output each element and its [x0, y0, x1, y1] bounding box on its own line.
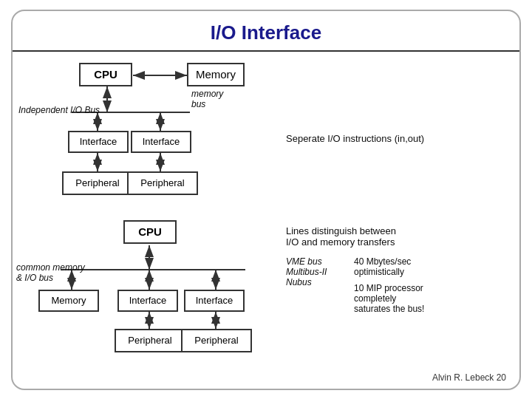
top-peripheral2-box: Peripheral	[127, 171, 198, 195]
lines-distinguish-label: Lines distinguish betweenI/O and memory …	[286, 225, 512, 248]
top-memory-bus-label: memorybus	[191, 89, 223, 109]
bottom-interface2-box: Interface	[184, 290, 245, 312]
vme-bus-label: VME busMultibus-IINubus	[286, 256, 347, 287]
bottom-common-bus-label: common memory& I/O bus	[16, 262, 85, 283]
top-memory-box: Memory	[187, 63, 245, 86]
mip-label: 10 MIP processorcompletelysaturates the …	[354, 283, 424, 314]
bottom-cpu-box: CPU	[123, 220, 177, 244]
separate-io-label: Seperate I/O instructions (in,out)	[286, 133, 512, 144]
top-interface1-box: Interface	[68, 131, 129, 153]
mbytes-label: 40 Mbytes/secoptimistically	[354, 256, 424, 277]
bottom-peripheral2-box: Peripheral	[181, 329, 252, 352]
bottom-memory-box: Memory	[38, 290, 99, 312]
footer-label: Alvin R. Lebeck 20	[432, 372, 506, 383]
top-interface2-box: Interface	[131, 131, 191, 153]
slide: I/O Interface	[11, 10, 521, 390]
slide-title: I/O Interface	[13, 11, 519, 52]
top-independent-bus-label: Independent I/O Bus	[18, 105, 100, 115]
content-area: CPU Memory Independent I/O Bus memorybus…	[13, 52, 519, 385]
bottom-peripheral1-box: Peripheral	[115, 329, 185, 352]
top-peripheral1-box: Peripheral	[62, 171, 133, 195]
bottom-interface1-box: Interface	[117, 290, 178, 312]
right-text-area: Seperate I/O instructions (in,out) Lines…	[279, 52, 519, 385]
left-diagram: CPU Memory Independent I/O Bus memorybus…	[13, 52, 279, 385]
top-cpu-box: CPU	[79, 63, 132, 86]
